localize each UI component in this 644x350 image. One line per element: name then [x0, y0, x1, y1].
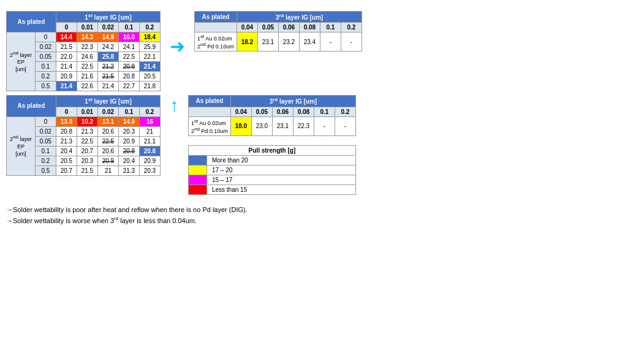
- legend-color-cell: [188, 185, 206, 194]
- legend-label: 15 – 17: [206, 175, 355, 185]
- note-0: →Solder wettability is poor after heat a…: [6, 206, 638, 213]
- 3rd-layer-table: As plated3rd layer IG [um]0.040.050.060.…: [188, 95, 356, 135]
- bottom-right: As plated3rd layer IG [um]0.040.050.060.…: [188, 95, 356, 194]
- data-table: As plated1st layer IG [um]00.010.020.10.…: [6, 11, 161, 91]
- legend-label: More than 20: [206, 155, 355, 165]
- legend-color-cell: [188, 175, 206, 185]
- 3rd-layer-table: As plated3rd layer IG [um]0.040.050.060.…: [194, 11, 362, 51]
- legend-color-cell: [188, 155, 206, 165]
- arrow-up: ↑: [170, 95, 179, 128]
- legend-table: Pull strength [g]More than 2017 – 2015 –…: [188, 145, 356, 195]
- top-section: As plated1st layer IG [um]00.010.020.10.…: [6, 11, 638, 91]
- legend-label: 17 – 20: [206, 165, 355, 175]
- legend-color-cell: [188, 165, 206, 175]
- legend-label: Less than 15: [206, 185, 355, 194]
- data-table: As plated1st layer IG [um]00.010.020.10.…: [6, 95, 161, 175]
- arrow-right: ➜: [170, 11, 185, 57]
- bottom-section: As plated1st layer IG [um]00.010.020.10.…: [6, 95, 638, 194]
- note-1: →Solder wettability is worse when 3rd la…: [6, 216, 638, 224]
- notes-section: →Solder wettability is poor after heat a…: [6, 206, 638, 227]
